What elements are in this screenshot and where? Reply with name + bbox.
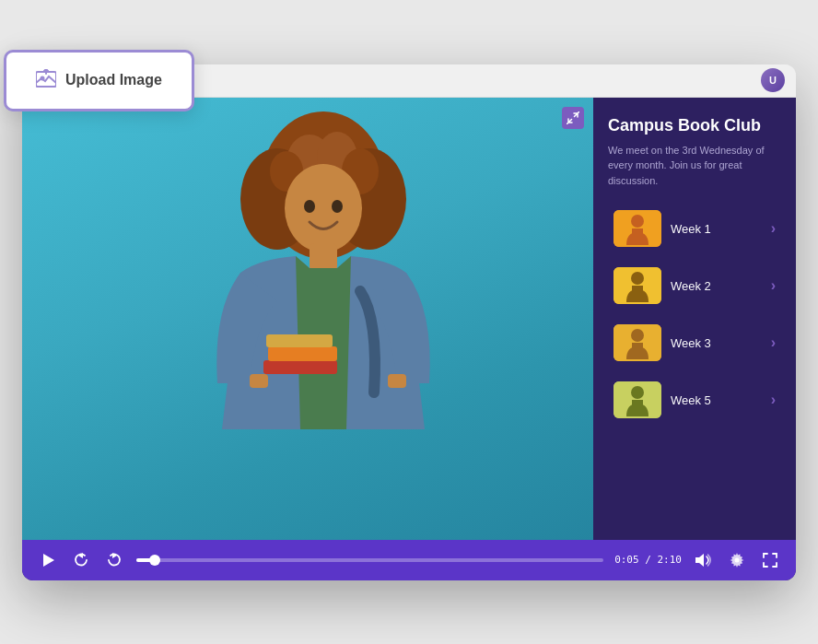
upload-button-label: Upload Image <box>65 72 162 88</box>
svg-marker-30 <box>43 554 54 567</box>
player-container: Campus Book Club We meet on the 3rd Wedn… <box>22 98 796 580</box>
progress-thumb <box>149 555 160 566</box>
svg-rect-16 <box>268 346 337 361</box>
progress-fill <box>136 558 155 562</box>
upload-icon <box>36 69 56 92</box>
week-item-1[interactable]: Week 1 › <box>608 203 781 254</box>
svg-rect-13 <box>250 374 268 388</box>
week-5-thumbnail <box>614 381 661 418</box>
video-background <box>22 98 593 540</box>
fullscreen-button[interactable] <box>759 549 781 571</box>
svg-rect-23 <box>632 286 643 293</box>
svg-rect-29 <box>632 400 643 407</box>
forward-button[interactable] <box>103 549 125 571</box>
sidebar: Campus Book Club We meet on the 3rd Wedn… <box>593 98 796 540</box>
week-1-label: Week 1 <box>671 222 762 236</box>
progress-bar[interactable] <box>136 558 603 562</box>
avatar[interactable]: U <box>761 68 785 92</box>
video-area <box>22 98 593 540</box>
upload-image-button[interactable]: Upload Image <box>4 50 194 111</box>
browser-window: Upload Image U <box>22 64 796 580</box>
week-1-thumbnail <box>614 210 661 247</box>
settings-button[interactable] <box>726 549 748 571</box>
svg-marker-33 <box>695 554 704 567</box>
week-2-chevron: › <box>771 277 776 294</box>
svg-rect-20 <box>632 228 643 236</box>
svg-point-25 <box>631 329 644 342</box>
time-display: 0:05 / 2:10 <box>614 554 682 566</box>
play-button[interactable] <box>37 549 59 571</box>
svg-point-28 <box>631 386 644 399</box>
player-main: Campus Book Club We meet on the 3rd Wedn… <box>22 98 796 540</box>
volume-button[interactable] <box>693 549 715 571</box>
sidebar-title: Campus Book Club <box>608 116 781 135</box>
week-1-chevron: › <box>771 220 776 237</box>
svg-point-9 <box>285 164 362 252</box>
svg-point-19 <box>631 215 644 228</box>
svg-point-12 <box>332 200 343 213</box>
svg-rect-26 <box>632 343 643 350</box>
svg-rect-15 <box>263 360 337 374</box>
week-5-chevron: › <box>771 392 776 408</box>
week-3-label: Week 3 <box>671 336 762 350</box>
sidebar-description: We meet on the 3rd Wednesday of every mo… <box>608 143 781 189</box>
svg-point-11 <box>304 200 315 213</box>
svg-rect-14 <box>388 374 406 388</box>
week-2-label: Week 2 <box>671 279 762 293</box>
svg-point-22 <box>631 272 644 285</box>
svg-rect-17 <box>266 334 333 347</box>
week-5-label: Week 5 <box>671 393 762 407</box>
week-3-chevron: › <box>771 334 776 351</box>
expand-button[interactable] <box>562 107 584 129</box>
week-item-3[interactable]: Week 3 › <box>608 317 781 369</box>
week-item-5[interactable]: Week 5 › <box>608 374 781 426</box>
week-3-thumbnail <box>614 324 661 361</box>
week-2-thumbnail <box>614 267 661 304</box>
week-item-2[interactable]: Week 2 › <box>608 260 781 311</box>
controls-bar: 0:05 / 2:10 <box>22 540 796 580</box>
rewind-button[interactable] <box>70 549 92 571</box>
video-person <box>167 107 480 540</box>
svg-rect-10 <box>310 243 337 271</box>
